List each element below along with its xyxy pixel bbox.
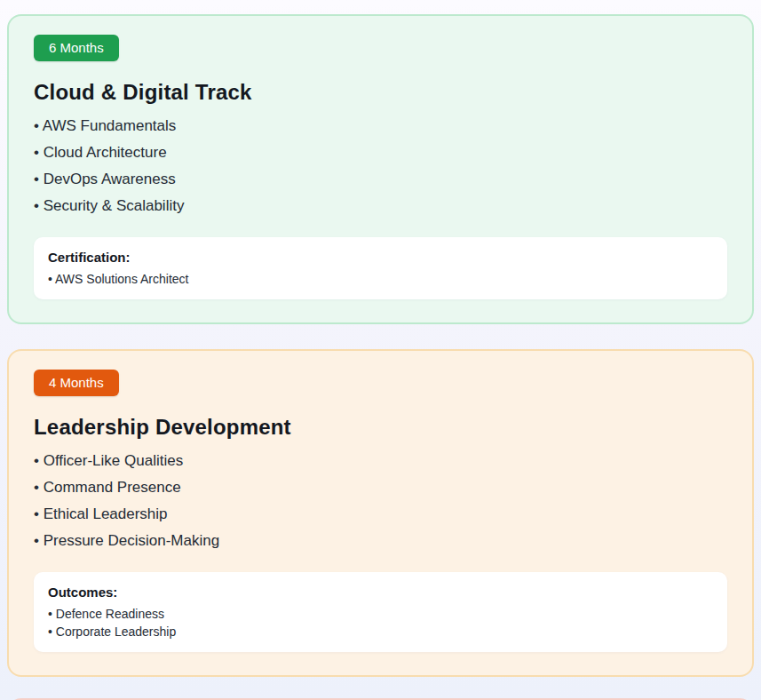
card-title: Cloud & Digital Track [34,80,727,105]
list-item: Cloud Architecture [34,139,727,166]
list-item: DevOps Awareness [34,166,727,193]
track-card-leadership: 4 Months Leadership Development Officer-… [7,349,754,677]
curriculum-list: AWS Fundamentals Cloud Architecture DevO… [34,113,727,219]
certification-panel: Certification: AWS Solutions Architect [34,237,727,299]
outcomes-panel: Outcomes: Defence Readiness Corporate Le… [34,572,727,652]
duration-badge: 4 Months [34,370,119,396]
panel-label: Certification: [48,250,713,265]
panel-label: Outcomes: [48,585,713,600]
track-card-stack: 6 Months Cloud & Digital Track AWS Funda… [0,0,761,677]
panel-item: Corporate Leadership [48,623,713,640]
panel-item: Defence Readiness [48,605,713,623]
panel-list: AWS Solutions Architect [48,270,713,288]
card-title: Leadership Development [34,415,727,440]
panel-item: AWS Solutions Architect [48,270,713,288]
list-item: Command Presence [34,474,727,501]
list-item: Pressure Decision-Making [34,528,727,554]
panel-list: Defence Readiness Corporate Leadership [48,605,713,640]
list-item: Security & Scalability [34,193,727,219]
list-item: Officer-Like Qualities [34,448,727,474]
list-item: Ethical Leadership [34,501,727,528]
track-card-cloud-digital: 6 Months Cloud & Digital Track AWS Funda… [7,14,754,324]
list-item: AWS Fundamentals [34,113,727,139]
duration-badge: 6 Months [34,35,119,61]
curriculum-list: Officer-Like Qualities Command Presence … [34,448,727,554]
